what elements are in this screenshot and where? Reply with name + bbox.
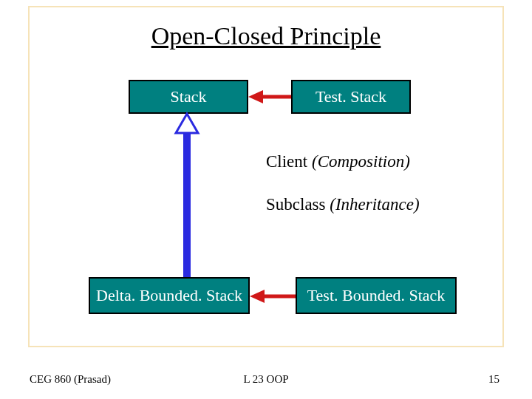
label-subclass-paren: (Inheritance) bbox=[330, 195, 419, 214]
footer-center: L 23 OOP bbox=[0, 373, 532, 386]
svg-marker-5 bbox=[176, 114, 198, 133]
box-deltabounded: Delta. Bounded. Stack bbox=[89, 277, 250, 314]
arrow-teststack-to-stack bbox=[248, 87, 291, 106]
footer-right: 15 bbox=[488, 373, 499, 386]
label-client-composition: Client (Composition) bbox=[266, 152, 410, 171]
box-testbounded-label: Test. Bounded. Stack bbox=[307, 286, 446, 305]
label-client-paren: (Composition) bbox=[312, 152, 410, 171]
slide-title: Open-Closed Principle bbox=[0, 22, 532, 50]
svg-marker-1 bbox=[248, 90, 263, 103]
box-deltabounded-label: Delta. Bounded. Stack bbox=[96, 286, 242, 305]
box-teststack-label: Test. Stack bbox=[316, 87, 386, 106]
box-testbounded: Test. Bounded. Stack bbox=[296, 277, 457, 314]
label-subclass-inheritance: Subclass (Inheritance) bbox=[266, 195, 420, 214]
box-stack: Stack bbox=[129, 80, 248, 114]
box-teststack: Test. Stack bbox=[291, 80, 411, 114]
arrow-inheritance bbox=[174, 114, 200, 277]
slide: Open-Closed Principle Stack Test. Stack … bbox=[0, 0, 532, 399]
svg-marker-3 bbox=[250, 290, 265, 303]
arrow-testbounded-to-deltabounded bbox=[250, 287, 296, 306]
box-stack-label: Stack bbox=[171, 87, 207, 106]
label-subclass-word: Subclass bbox=[266, 195, 330, 214]
label-client-word: Client bbox=[266, 152, 312, 171]
